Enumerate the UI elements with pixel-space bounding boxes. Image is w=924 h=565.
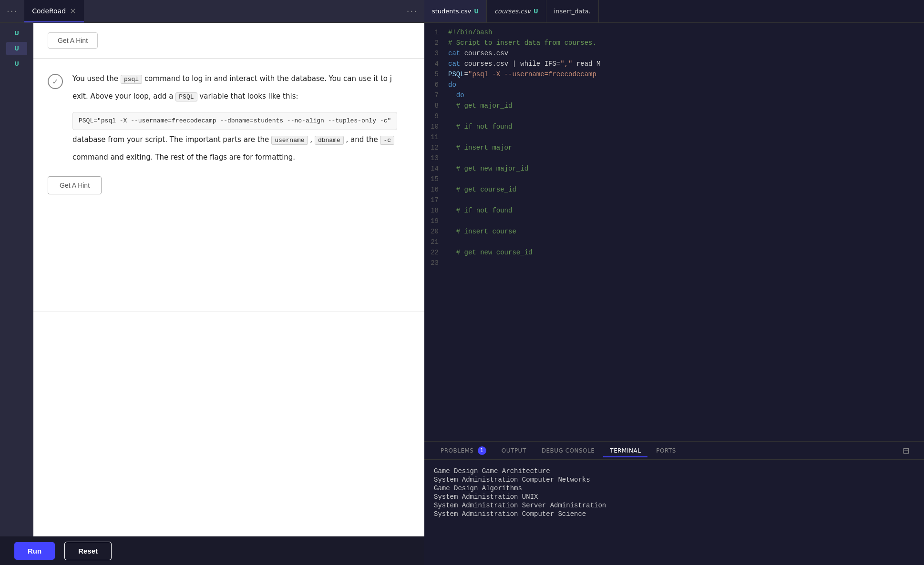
code-line-17: 17 bbox=[424, 196, 924, 207]
code-line-13: 13 bbox=[424, 154, 924, 165]
terminal-line-4: System Administration UNIX bbox=[434, 493, 914, 501]
code-username: username bbox=[271, 136, 308, 145]
coderoad-footer-space bbox=[33, 312, 424, 536]
code-line-19: 19 bbox=[424, 217, 924, 228]
reset-button[interactable]: Reset bbox=[64, 542, 112, 560]
tab-dots-left[interactable]: ··· bbox=[0, 6, 24, 16]
editor-area: 1 #!/bin/bash 2 # Script to insert data … bbox=[424, 23, 924, 565]
layout-toggle-icon[interactable]: ⊟ bbox=[898, 445, 914, 455]
code-line-15: 15 bbox=[424, 175, 924, 186]
coderoad-panel: Get A Hint ✓ You used the psql command t… bbox=[33, 23, 424, 536]
step-paragraph-1: You used the psql command to log in and … bbox=[72, 73, 410, 85]
code-line-18: 18 # if not found bbox=[424, 207, 924, 217]
close-icon[interactable]: × bbox=[70, 6, 76, 15]
step-paragraph-4: command and exiting. The rest of the fla… bbox=[72, 151, 410, 163]
code-line-7: 7 do bbox=[424, 91, 924, 102]
tab-students-csv[interactable]: students.csv U bbox=[424, 0, 487, 22]
tab-courses-badge: U bbox=[534, 8, 538, 15]
tab-dots-more[interactable]: ··· bbox=[400, 6, 424, 16]
coderoad-top: Get A Hint bbox=[33, 23, 424, 58]
code-line-11: 11 bbox=[424, 133, 924, 144]
sidebar-item-u1[interactable]: U bbox=[6, 27, 27, 40]
left-column: U U U Get A Hint ✓ You used the p bbox=[0, 23, 424, 565]
run-button[interactable]: Run bbox=[14, 542, 55, 560]
code-line-9: 9 bbox=[424, 112, 924, 123]
tab-bar-left: ··· CodeRoad × ··· bbox=[0, 0, 424, 23]
code-dbname: dbname bbox=[315, 136, 344, 145]
tab-courses-csv[interactable]: courses.csv U bbox=[487, 0, 546, 22]
code-line-14: 14 # get new major_id bbox=[424, 165, 924, 175]
code-line-6: 6 do bbox=[424, 81, 924, 91]
tab-coderoad[interactable]: CodeRoad × bbox=[24, 0, 83, 22]
sidebar-item-u2[interactable]: U bbox=[6, 42, 27, 55]
tab-bar: ··· CodeRoad × ··· students.csv U course… bbox=[0, 0, 924, 23]
code-line-1: 1 #!/bin/bash bbox=[424, 29, 924, 39]
tab-students-label: students.csv bbox=[432, 8, 471, 15]
tab-insert-data[interactable]: insert_data. bbox=[546, 0, 599, 22]
terminal-line-5: System Administration Server Administrat… bbox=[434, 502, 914, 509]
code-line-3: 3 cat courses.csv bbox=[424, 50, 924, 60]
terminal-line-3: Game Design Algorithms bbox=[434, 484, 914, 492]
tab-problems[interactable]: PROBLEMS 1 bbox=[434, 444, 493, 458]
bottom-panel: PROBLEMS 1 OUTPUT DEBUG CONSOLE TERMINAL… bbox=[424, 441, 924, 565]
code-c-flag: -c bbox=[380, 136, 394, 145]
tab-insert-label: insert_data. bbox=[554, 8, 591, 15]
code-line-8: 8 # get major_id bbox=[424, 102, 924, 112]
tab-bar-right: students.csv U courses.csv U insert_data… bbox=[424, 0, 924, 23]
code-line-20: 20 # insert course bbox=[424, 228, 924, 238]
tab-students-badge: U bbox=[474, 8, 479, 15]
panel-tabs: PROBLEMS 1 OUTPUT DEBUG CONSOLE TERMINAL… bbox=[424, 442, 924, 460]
coderoad-body: ✓ You used the psql command to log in an… bbox=[33, 59, 424, 312]
code-PSQL: PSQL bbox=[175, 92, 197, 101]
tab-ports[interactable]: PORTS bbox=[649, 444, 683, 457]
terminal-line-1: Game Design Game Architecture bbox=[434, 467, 914, 475]
step-paragraph-3: database from your script. The important… bbox=[72, 134, 410, 146]
step-check: ✓ bbox=[48, 74, 63, 89]
code-line-23: 23 bbox=[424, 259, 924, 270]
step-content: You used the psql command to log in and … bbox=[72, 73, 410, 169]
step-paragraph-2: exit. Above your loop, add a PSQL variab… bbox=[72, 91, 410, 102]
code-editor[interactable]: 1 #!/bin/bash 2 # Script to insert data … bbox=[424, 23, 924, 441]
tab-coderoad-label: CodeRoad bbox=[32, 7, 66, 15]
tab-courses-label: courses.csv bbox=[494, 8, 531, 15]
code-line-10: 10 # if not found bbox=[424, 123, 924, 133]
code-line-12: 12 # insert major bbox=[424, 144, 924, 154]
terminal-content[interactable]: Game Design Game Architecture System Adm… bbox=[424, 460, 924, 565]
step-item: ✓ You used the psql command to log in an… bbox=[48, 73, 410, 169]
terminal-line-2: System Administration Computer Networks bbox=[434, 476, 914, 484]
tab-debug-console[interactable]: DEBUG CONSOLE bbox=[535, 444, 602, 457]
action-bar: Run Reset bbox=[0, 536, 424, 565]
hint-button-top[interactable]: Get A Hint bbox=[48, 32, 98, 49]
code-line-22: 22 # get new course_id bbox=[424, 249, 924, 259]
code-line-5: 5 PSQL="psql -X --username=freecodecamp bbox=[424, 71, 924, 81]
sidebar-item-u3[interactable]: U bbox=[6, 57, 27, 71]
code-line-21: 21 bbox=[424, 238, 924, 249]
code-psql: psql bbox=[121, 75, 142, 84]
tab-output[interactable]: OUTPUT bbox=[495, 444, 533, 457]
terminal-line-6: System Administration Computer Science bbox=[434, 510, 914, 518]
tab-terminal[interactable]: TERMINAL bbox=[603, 444, 647, 457]
hint-button-bottom[interactable]: Get A Hint bbox=[48, 176, 102, 194]
code-line-4: 4 cat courses.csv | while IFS="," read M bbox=[424, 60, 924, 71]
code-block-psql: PSQL="psql -X --username=freecodecamp --… bbox=[72, 112, 397, 131]
code-line-2: 2 # Script to insert data from courses. bbox=[424, 39, 924, 50]
sidebar: U U U bbox=[0, 23, 33, 536]
code-line-16: 16 # get course_id bbox=[424, 186, 924, 196]
main-content: U U U Get A Hint ✓ You used the p bbox=[0, 23, 924, 565]
problems-badge: 1 bbox=[478, 446, 486, 455]
